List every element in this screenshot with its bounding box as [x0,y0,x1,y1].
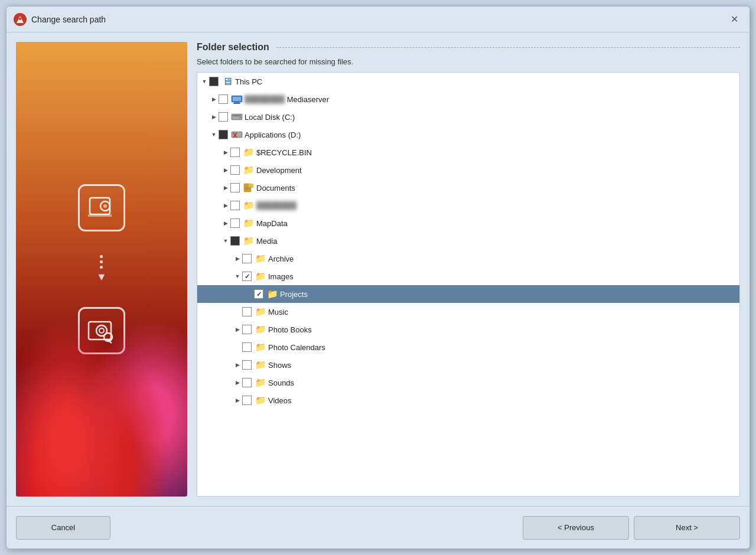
expand-hidden[interactable]: ▶ [221,201,230,210]
checkbox-shows[interactable] [242,360,252,370]
tree-item-mapdata[interactable]: ▶ 📁 MapData [197,214,739,232]
checkbox-projects[interactable] [254,289,263,299]
icon-projects: 📁 [266,289,279,299]
checkbox-photo-calendars[interactable] [242,342,252,352]
icon-local-disk [230,112,243,122]
checkbox-development[interactable] [230,165,240,175]
label-projects: Projects [280,290,308,299]
icon-documents [242,182,255,193]
dialog-footer: Cancel < Previous Next > [6,506,750,549]
tree-item-sounds[interactable]: ▶ 📁 Sounds [197,374,739,391]
expand-recycle[interactable]: ▶ [221,148,230,157]
icon-images: 📁 [254,271,267,282]
header-divider [276,47,740,48]
tree-item-documents[interactable]: ▶ Documents [197,179,739,197]
section-description: Select folders to be searched for missin… [197,57,740,66]
expand-documents[interactable]: ▶ [221,183,230,192]
footer-right: < Previous Next > [523,516,740,540]
svg-point-0 [19,18,21,20]
label-photo-books: Photo Books [268,325,312,334]
checkbox-photo-books[interactable] [242,325,252,334]
expand-videos[interactable]: ▶ [233,396,242,405]
tree-item-videos[interactable]: ▶ 📁 Videos [197,391,739,409]
tree-item-this-pc[interactable]: ▼ 🖥 This PC [197,73,739,90]
label-recycle: $RECYCLE.BIN [256,148,312,157]
checkbox-videos[interactable] [242,396,252,405]
next-button[interactable]: Next > [634,516,740,540]
expand-applications[interactable]: ▼ [209,130,219,139]
checkbox-music[interactable] [242,307,252,316]
tree-item-images[interactable]: ▼ 📁 Images [197,267,739,285]
expand-archive[interactable]: ▶ [233,254,242,263]
expand-mediaserver[interactable]: ▶ [209,94,219,104]
tree-item-projects[interactable]: 📁 Projects [197,285,739,303]
label-hidden: ████████ [256,201,296,210]
expand-media[interactable]: ▼ [221,236,230,246]
label-sounds: Sounds [268,378,294,387]
checkbox-archive[interactable] [242,254,252,263]
label-documents: Documents [256,184,295,192]
checkbox-recycle[interactable] [230,148,240,157]
label-this-pc: This PC [235,77,262,86]
tree-item-mediaserver[interactable]: ▶ ████████ Mediaserver [197,90,739,108]
panel-icon-top [78,184,125,231]
app-icon [14,13,27,26]
expand-photo-books[interactable]: ▶ [233,325,242,334]
panel-icon-bottom [78,307,125,354]
icon-photo-calendars: 📁 [254,342,267,352]
icon-mapdata: 📁 [242,218,255,228]
checkbox-hidden[interactable] [230,201,240,210]
previous-button[interactable]: < Previous [523,516,629,540]
expand-development[interactable]: ▶ [221,165,230,175]
expand-mapdata[interactable]: ▶ [221,218,230,228]
tree-item-hidden[interactable]: ▶ 📁 ████████ [197,197,739,214]
tree-item-local-disk[interactable]: ▶ Local Disk (C:) [197,108,739,126]
tree-item-development[interactable]: ▶ 📁 Development [197,161,739,179]
checkbox-sounds[interactable] [242,378,252,387]
checkbox-documents[interactable] [230,183,240,192]
checkbox-mapdata[interactable] [230,218,240,228]
icon-mediaserver [230,94,243,105]
icon-sounds: 📁 [254,377,267,388]
close-button[interactable]: ✕ [726,11,742,28]
svg-rect-4 [88,214,112,217]
left-panel: ▼ [16,42,187,497]
expand-shows[interactable]: ▶ [233,360,242,370]
svg-point-7 [99,328,104,333]
folder-tree[interactable]: ▼ 🖥 This PC ▶ [197,72,740,497]
icon-music: 📁 [254,306,267,317]
tree-item-media[interactable]: ▼ 📁 Media [197,232,739,250]
svg-rect-12 [234,102,240,103]
label-archive: Archive [268,254,294,263]
icon-this-pc: 🖥 [221,76,234,87]
checkbox-mediaserver[interactable] [219,94,228,104]
icon-videos: 📁 [254,395,267,406]
checkbox-images[interactable] [242,272,252,281]
label-videos: Videos [268,396,292,405]
label-media: Media [256,237,277,246]
tree-item-photo-books[interactable]: ▶ 📁 Photo Books [197,321,739,338]
expand-images[interactable]: ▼ [233,272,242,281]
tree-item-applications[interactable]: ▼ Applications (D:) [197,126,739,143]
icon-photo-books: 📁 [254,324,267,335]
tree-item-shows[interactable]: ▶ 📁 Shows [197,356,739,374]
tree-item-music[interactable]: 📁 Music [197,303,739,321]
window-title: Change search path [31,15,726,24]
icon-hidden: 📁 [242,200,255,211]
checkbox-media[interactable] [230,236,240,246]
expand-sounds[interactable]: ▶ [233,378,242,387]
cancel-button[interactable]: Cancel [16,516,110,540]
expand-this-pc[interactable]: ▼ [200,77,209,86]
icon-applications [230,129,243,140]
checkbox-local-disk[interactable] [219,112,228,122]
tree-item-recycle[interactable]: ▶ 📁 $RECYCLE.BIN [197,143,739,161]
label-mediaserver: ████████ [245,95,285,103]
icon-archive: 📁 [254,253,267,264]
tree-item-photo-calendars[interactable]: 📁 Photo Calendars [197,338,739,356]
checkbox-this-pc[interactable] [209,77,219,86]
checkbox-applications[interactable] [219,130,228,139]
svg-rect-13 [233,103,240,104]
expand-local-disk[interactable]: ▶ [209,112,219,122]
label-applications: Applications (D:) [245,130,301,139]
tree-item-archive[interactable]: ▶ 📁 Archive [197,250,739,267]
